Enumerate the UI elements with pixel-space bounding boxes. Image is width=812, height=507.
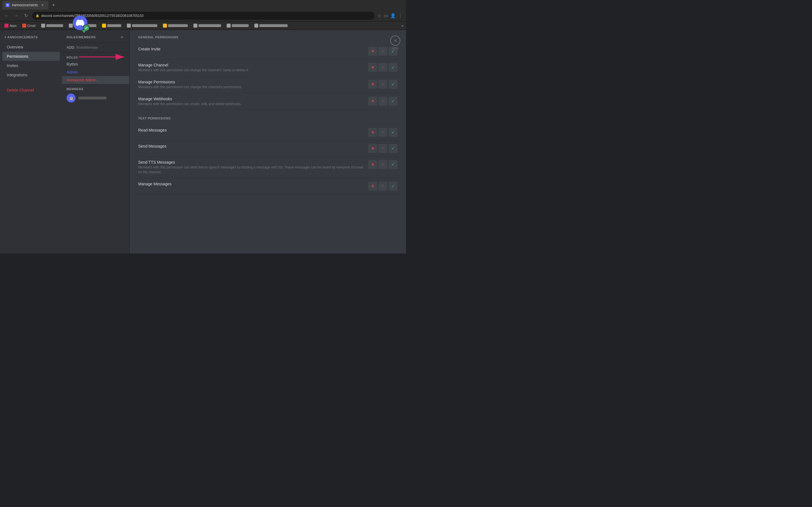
text-permissions-title: TEXT PERMISSIONS	[138, 117, 398, 120]
browser-chrome: D #announcements × + ← → ↻ 🔒 discord.com…	[0, 0, 406, 30]
member-name-0	[79, 97, 107, 100]
deny-manage-messages[interactable]: ✕	[368, 182, 377, 191]
add-role-button[interactable]: +	[119, 34, 125, 40]
neutral-manage-messages[interactable]: /	[378, 182, 388, 191]
star-icon[interactable]: ☆	[377, 13, 382, 18]
bookmark-3[interactable]	[39, 23, 65, 28]
bookmark-5-icon	[102, 24, 106, 27]
general-permissions-title: GENERAL PERMISSIONS	[138, 36, 398, 39]
neutral-create-invite[interactable]: /	[378, 47, 388, 56]
permission-controls-manage-messages: ✕ / ✓	[368, 182, 398, 191]
deny-manage-channel[interactable]: ✕	[368, 63, 377, 72]
roles-panel: ROLES/MEMBERS + ADD: Role/Member ROLES R…	[62, 30, 130, 253]
discord-app: # ANNOUNCEMENTS Overview Permissions Inv…	[0, 30, 406, 253]
bookmark-4-icon	[69, 24, 73, 27]
deny-read-messages[interactable]: ✕	[368, 128, 377, 137]
deny-manage-webhooks[interactable]: ✕	[368, 97, 377, 106]
deny-manage-permissions[interactable]: ✕	[368, 80, 377, 89]
roles-panel-header: ROLES/MEMBERS +	[62, 30, 130, 43]
new-tab-button[interactable]: +	[50, 1, 57, 9]
sidebar-item-delete-channel[interactable]: Delete Channel	[2, 86, 60, 95]
bookmark-10[interactable]	[252, 23, 290, 28]
neutral-manage-channel[interactable]: /	[378, 63, 388, 72]
permission-row-send-messages: Send Messages ✕ / ✓	[138, 140, 398, 157]
tab-bar: D #announcements × +	[0, 0, 406, 10]
bookmark-7[interactable]	[161, 23, 190, 28]
tab-close-button[interactable]: ×	[40, 3, 45, 8]
active-tab[interactable]: D #announcements ×	[2, 1, 49, 10]
members-section-label: MEMBERS	[62, 84, 130, 92]
allow-send-tts[interactable]: ✓	[389, 160, 398, 169]
bookmark-5[interactable]	[100, 23, 123, 28]
bookmark-4[interactable]	[66, 23, 99, 28]
url-field[interactable]: 🔒 discord.com/channels/75518020560932051…	[32, 12, 375, 20]
sidebar-item-permissions[interactable]: Permissions	[2, 52, 60, 61]
permission-controls-read-messages: ✕ / ✓	[368, 128, 398, 137]
lock-icon: 🔒	[36, 14, 40, 17]
bookmark-7-icon	[163, 24, 167, 27]
role-item-announce-admin[interactable]: Announce Admin	[62, 76, 130, 84]
cast-icon[interactable]: ▭	[384, 13, 388, 18]
sidebar-item-overview[interactable]: Overview	[2, 43, 60, 52]
neutral-read-messages[interactable]: /	[378, 128, 388, 137]
permission-row-manage-messages: Manage Messages ✕ / ✓	[138, 178, 398, 194]
close-button[interactable]: ✕	[390, 36, 400, 46]
bookmark-gmail[interactable]: Gmail	[20, 23, 38, 28]
permission-name-manage-messages: Manage Messages	[138, 182, 364, 186]
role-item-rythm[interactable]: Rythm	[62, 60, 130, 68]
bookmark-5-label	[107, 24, 121, 27]
permission-info-manage-channel: Manage Channel Members with this permiss…	[138, 63, 364, 73]
profile-icon[interactable]: 👤	[390, 13, 396, 18]
bookmark-6-icon	[127, 24, 131, 27]
allow-read-messages[interactable]: ✓	[389, 128, 398, 137]
back-button[interactable]: ←	[3, 12, 10, 19]
allow-manage-permissions[interactable]: ✓	[389, 80, 398, 89]
gmail-label: Gmail	[28, 24, 36, 27]
bookmark-10-label	[259, 24, 288, 27]
deny-send-tts[interactable]: ✕	[368, 160, 377, 169]
bookmark-apps[interactable]: Apps	[2, 23, 19, 28]
permission-name-send-tts: Send TTS Messages	[138, 160, 364, 165]
add-member-section: ADD: Role/Member	[62, 43, 130, 52]
member-avatar-0: 🤖	[66, 94, 75, 103]
tab-favicon: D	[6, 3, 10, 7]
apps-icon	[4, 24, 8, 27]
permission-desc-manage-permissions: Members with this permission can change …	[138, 85, 364, 90]
menu-icon[interactable]: ⋮	[398, 13, 403, 18]
neutral-manage-permissions[interactable]: /	[378, 80, 388, 89]
bookmark-6[interactable]	[124, 23, 160, 28]
sidebar-item-invites[interactable]: Invites	[2, 61, 60, 70]
member-item-0[interactable]: 🤖	[62, 92, 130, 104]
bookmark-9[interactable]	[224, 23, 251, 28]
allow-manage-channel[interactable]: ✓	[389, 63, 398, 72]
allow-manage-messages[interactable]: ✓	[389, 182, 398, 191]
close-label: ESC	[393, 47, 399, 50]
main-content: ROLES/MEMBERS + ADD: Role/Member ROLES R…	[62, 30, 406, 253]
neutral-manage-webhooks[interactable]: /	[378, 97, 388, 106]
permission-info-manage-webhooks: Manage Webhooks Members with this permis…	[138, 97, 364, 107]
reload-button[interactable]: ↻	[22, 12, 29, 19]
bookmark-10-icon	[254, 24, 258, 27]
deny-send-messages[interactable]: ✕	[368, 144, 377, 153]
deny-create-invite[interactable]: ✕	[368, 47, 377, 56]
permission-controls-send-messages: ✕ / ✓	[368, 144, 398, 153]
neutral-send-tts[interactable]: /	[378, 160, 388, 169]
bookmark-8[interactable]	[191, 23, 223, 28]
forward-button[interactable]: →	[13, 12, 20, 19]
sidebar-item-integrations[interactable]: Integrations	[2, 70, 60, 79]
permission-name-manage-channel: Manage Channel	[138, 63, 364, 67]
permission-name-create-invite: Create Invite	[138, 47, 364, 51]
bookmark-8-icon	[193, 24, 197, 27]
permission-controls-manage-channel: ✕ / ✓	[368, 63, 398, 72]
role-item-admin[interactable]: Admin	[62, 68, 130, 76]
add-label: ADD: Role/Member	[66, 45, 98, 50]
permission-info-manage-messages: Manage Messages	[138, 182, 364, 187]
more-bookmarks-button[interactable]: »	[401, 23, 404, 28]
allow-send-messages[interactable]: ✓	[389, 144, 398, 153]
bookmark-9-label	[232, 24, 249, 27]
address-bar: ← → ↻ 🔒 discord.com/channels/75518020560…	[0, 10, 406, 21]
allow-manage-webhooks[interactable]: ✓	[389, 97, 398, 106]
permission-info-read-messages: Read Messages	[138, 128, 364, 133]
neutral-send-messages[interactable]: /	[378, 144, 388, 153]
permission-info-send-tts: Send TTS Messages Members with this perm…	[138, 160, 364, 175]
